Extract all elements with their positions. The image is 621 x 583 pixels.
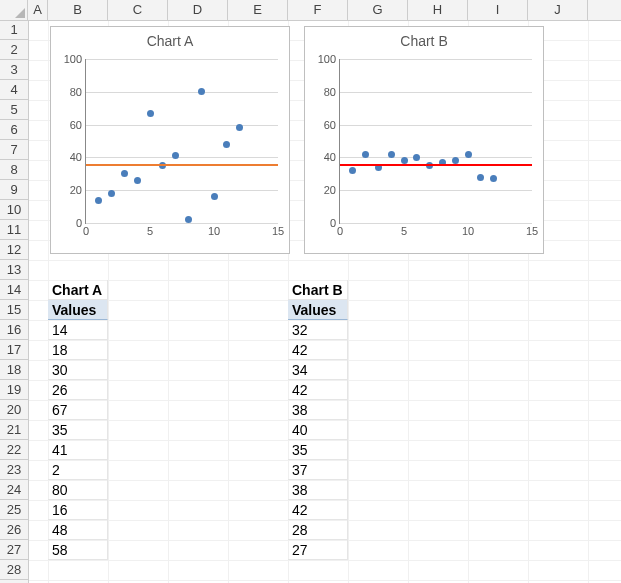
- column-header-c[interactable]: C: [108, 0, 168, 20]
- chart-a[interactable]: Chart A 020406080100051015: [50, 26, 290, 254]
- y-tick-label: 20: [70, 184, 86, 196]
- table-b-value[interactable]: 38: [288, 480, 348, 500]
- table-b-title[interactable]: Chart B: [288, 280, 348, 300]
- table-b-value[interactable]: 34: [288, 360, 348, 380]
- data-point: [349, 167, 356, 174]
- x-tick-label: 15: [526, 223, 538, 237]
- row-header-16[interactable]: 16: [0, 320, 28, 340]
- table-b-value[interactable]: 32: [288, 320, 348, 340]
- table-a-value[interactable]: 67: [48, 400, 108, 420]
- row-header-1[interactable]: 1: [0, 20, 28, 40]
- column-header-d[interactable]: D: [168, 0, 228, 20]
- row-headers: 1234567891011121314151617181920212223242…: [0, 20, 29, 583]
- table-a-value[interactable]: 80: [48, 480, 108, 500]
- gridline: [86, 92, 278, 93]
- table-a-value[interactable]: 18: [48, 340, 108, 360]
- column-header-h[interactable]: H: [408, 0, 468, 20]
- row-header-17[interactable]: 17: [0, 340, 28, 360]
- row-header-4[interactable]: 4: [0, 80, 28, 100]
- row-header-9[interactable]: 9: [0, 180, 28, 200]
- table-a-value[interactable]: 30: [48, 360, 108, 380]
- table-b-value[interactable]: 28: [288, 520, 348, 540]
- row-header-26[interactable]: 26: [0, 520, 28, 540]
- table-a-value[interactable]: 26: [48, 380, 108, 400]
- row-header-13[interactable]: 13: [0, 260, 28, 280]
- data-point: [388, 151, 395, 158]
- column-header-i[interactable]: I: [468, 0, 528, 20]
- row-header-3[interactable]: 3: [0, 60, 28, 80]
- chart-a-title: Chart A: [51, 33, 289, 53]
- row-header-19[interactable]: 19: [0, 380, 28, 400]
- grid[interactable]: Chart A 020406080100051015 Chart B 02040…: [28, 20, 621, 583]
- y-tick-label: 60: [324, 119, 340, 131]
- data-point: [362, 151, 369, 158]
- column-header-g[interactable]: G: [348, 0, 408, 20]
- x-tick-label: 5: [401, 223, 407, 237]
- table-a-header[interactable]: Values: [48, 300, 108, 320]
- table-b-value[interactable]: 37: [288, 460, 348, 480]
- row-header-20[interactable]: 20: [0, 400, 28, 420]
- row-header-6[interactable]: 6: [0, 120, 28, 140]
- table-b-value[interactable]: 42: [288, 500, 348, 520]
- row-header-10[interactable]: 10: [0, 200, 28, 220]
- row-header-7[interactable]: 7: [0, 140, 28, 160]
- row-header-27[interactable]: 27: [0, 540, 28, 560]
- data-point: [108, 190, 115, 197]
- row-header-15[interactable]: 15: [0, 300, 28, 320]
- table-b-value[interactable]: 42: [288, 340, 348, 360]
- y-tick-label: 40: [70, 151, 86, 163]
- chart-b-plot: 020406080100051015: [339, 59, 532, 224]
- data-point: [477, 174, 484, 181]
- row-header-8[interactable]: 8: [0, 160, 28, 180]
- table-a-value[interactable]: 2: [48, 460, 108, 480]
- gridline: [86, 59, 278, 60]
- select-all-corner[interactable]: [0, 0, 28, 20]
- mean-line: [86, 164, 278, 166]
- table-a-value[interactable]: 16: [48, 500, 108, 520]
- table-b-value[interactable]: 42: [288, 380, 348, 400]
- row-header-5[interactable]: 5: [0, 100, 28, 120]
- table-b-value[interactable]: 35: [288, 440, 348, 460]
- spreadsheet: ABCDEFGHIJ 12345678910111213141516171819…: [0, 0, 621, 583]
- row-header-23[interactable]: 23: [0, 460, 28, 480]
- row-header-2[interactable]: 2: [0, 40, 28, 60]
- row-header-25[interactable]: 25: [0, 500, 28, 520]
- column-header-b[interactable]: B: [48, 0, 108, 20]
- gridline: [340, 157, 532, 158]
- chart-b-title: Chart B: [305, 33, 543, 53]
- table-a-value[interactable]: 41: [48, 440, 108, 460]
- data-point: [236, 124, 243, 131]
- row-header-18[interactable]: 18: [0, 360, 28, 380]
- data-point: [121, 170, 128, 177]
- table-a-title[interactable]: Chart A: [48, 280, 108, 300]
- chart-b[interactable]: Chart B 020406080100051015: [304, 26, 544, 254]
- row-header-28[interactable]: 28: [0, 560, 28, 580]
- row-header-21[interactable]: 21: [0, 420, 28, 440]
- row-header-22[interactable]: 22: [0, 440, 28, 460]
- column-headers: ABCDEFGHIJ: [0, 0, 621, 21]
- row-header-12[interactable]: 12: [0, 240, 28, 260]
- y-tick-label: 60: [70, 119, 86, 131]
- column-header-e[interactable]: E: [228, 0, 288, 20]
- column-header-j[interactable]: J: [528, 0, 588, 20]
- column-header-f[interactable]: F: [288, 0, 348, 20]
- table-a-value[interactable]: 48: [48, 520, 108, 540]
- row-header-14[interactable]: 14: [0, 280, 28, 300]
- y-tick-label: 20: [324, 184, 340, 196]
- data-point: [95, 197, 102, 204]
- x-tick-label: 5: [147, 223, 153, 237]
- table-a-value[interactable]: 35: [48, 420, 108, 440]
- x-tick-label: 0: [337, 223, 343, 237]
- mean-line: [340, 164, 532, 166]
- table-a-value[interactable]: 58: [48, 540, 108, 560]
- gridline: [340, 92, 532, 93]
- column-header-a[interactable]: A: [28, 0, 48, 20]
- table-b-header[interactable]: Values: [288, 300, 348, 320]
- table-a-value[interactable]: 14: [48, 320, 108, 340]
- table-b-value[interactable]: 38: [288, 400, 348, 420]
- row-header-11[interactable]: 11: [0, 220, 28, 240]
- table-b-value[interactable]: 40: [288, 420, 348, 440]
- row-header-24[interactable]: 24: [0, 480, 28, 500]
- data-point: [211, 193, 218, 200]
- table-b-value[interactable]: 27: [288, 540, 348, 560]
